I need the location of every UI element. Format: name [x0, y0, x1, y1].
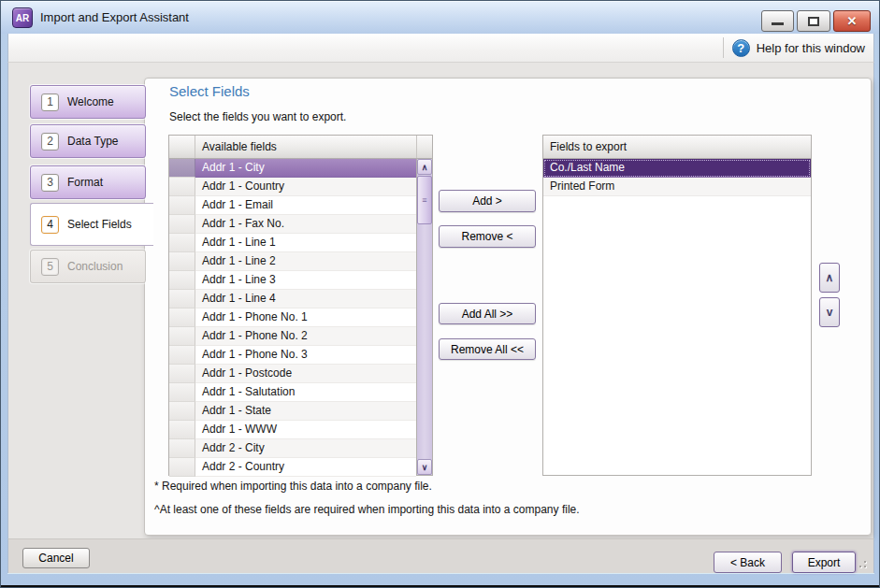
export-button[interactable]: Export: [792, 552, 856, 573]
list-item[interactable]: Addr 1 - Postcode: [169, 365, 416, 383]
row-selector[interactable]: [169, 383, 195, 402]
window-title: Import and Export Assistant: [40, 1, 189, 34]
scrollbar-up-button[interactable]: ∧: [417, 159, 432, 175]
list-item[interactable]: Co./Last Name: [543, 159, 811, 178]
row-selector[interactable]: [169, 421, 195, 439]
field-label: Addr 1 - City: [195, 159, 416, 178]
row-selector[interactable]: [169, 308, 195, 327]
remove-button[interactable]: Remove <: [439, 225, 536, 248]
header-scrollbar-cap: [416, 136, 432, 158]
list-item[interactable]: Addr 1 - Line 1: [169, 234, 416, 252]
row-selector[interactable]: [169, 196, 195, 215]
list-item[interactable]: Addr 2 - City: [169, 439, 416, 458]
dialog-footer: Cancel < Back Export: [7, 538, 874, 573]
list-item[interactable]: Addr 1 - Phone No. 2: [169, 327, 416, 346]
list-item[interactable]: Addr 1 - State: [169, 402, 416, 421]
help-icon-glyph: ?: [737, 41, 744, 55]
import-export-assistant-window: AR Import and Export Assistant ✕ ? Help …: [0, 0, 880, 588]
field-label: Addr 1 - WWW: [195, 421, 416, 439]
remove-all-button[interactable]: Remove All <<: [439, 338, 536, 360]
row-selector[interactable]: [169, 327, 195, 346]
scrollbar[interactable]: ∧ ≡ ∨: [416, 159, 432, 475]
footnote-required: * Required when importing this data into…: [154, 480, 432, 493]
down-arrow-icon: v: [827, 306, 833, 319]
list-item[interactable]: Addr 1 - WWW: [169, 421, 416, 439]
app-icon-text: AR: [16, 13, 29, 23]
list-item[interactable]: Addr 2 - Country: [169, 458, 416, 477]
list-item[interactable]: Printed Form: [543, 178, 811, 196]
fields-to-export-header: Fields to export: [543, 136, 811, 158]
field-label: Addr 2 - City: [195, 439, 416, 458]
list-item[interactable]: Addr 1 - Line 4: [169, 290, 416, 308]
list-item[interactable]: Addr 1 - Line 3: [169, 271, 416, 290]
close-button[interactable]: ✕: [833, 10, 871, 32]
step-number: 5: [41, 258, 59, 276]
field-label: Addr 2 - Country: [195, 458, 416, 477]
row-selector[interactable]: [169, 346, 195, 365]
move-down-button[interactable]: v: [819, 297, 840, 327]
available-fields-header-row: Available fields: [169, 136, 432, 159]
step-label: Format: [67, 176, 103, 189]
list-item[interactable]: Addr 1 - Phone No. 3: [169, 346, 416, 365]
app-icon: AR: [12, 7, 33, 28]
row-selector[interactable]: [169, 365, 195, 383]
minimize-button[interactable]: [761, 10, 794, 32]
step-number: 4: [41, 216, 59, 234]
list-item[interactable]: Addr 1 - Salutation: [169, 383, 416, 402]
resize-grip[interactable]: [855, 556, 866, 567]
field-label: Addr 1 - Fax No.: [195, 215, 416, 234]
sidebar-item-select-fields[interactable]: 4 Select Fields: [30, 203, 153, 246]
step-number: 2: [41, 133, 59, 151]
separator: [723, 37, 724, 58]
up-arrow-icon: ∧: [826, 271, 834, 284]
step-label: Conclusion: [67, 260, 123, 273]
cancel-button[interactable]: Cancel: [22, 548, 90, 568]
row-selector[interactable]: [169, 178, 195, 196]
help-link[interactable]: ? Help for this window: [732, 39, 865, 57]
help-label: Help for this window: [757, 41, 865, 55]
page-title: Select Fields: [169, 83, 250, 99]
sidebar-item-welcome[interactable]: 1 Welcome: [30, 85, 146, 119]
row-selector[interactable]: [169, 402, 195, 421]
titlebar[interactable]: AR Import and Export Assistant ✕: [1, 1, 880, 34]
header-gutter-cell: [169, 136, 195, 158]
row-selector[interactable]: [169, 252, 195, 271]
sidebar-item-format[interactable]: 3 Format: [30, 165, 146, 199]
scrollbar-thumb[interactable]: ≡: [417, 176, 432, 224]
list-item[interactable]: Addr 1 - Country: [169, 178, 416, 196]
sidebar-item-data-type[interactable]: 2 Data Type: [30, 124, 146, 158]
row-selector[interactable]: [169, 439, 195, 458]
step-label: Select Fields: [67, 218, 132, 231]
row-selector[interactable]: [169, 290, 195, 308]
add-all-button[interactable]: Add All >>: [439, 303, 536, 324]
row-selector[interactable]: [169, 215, 195, 234]
row-selector[interactable]: [169, 458, 195, 477]
row-selector[interactable]: [169, 271, 195, 290]
list-item[interactable]: Addr 1 - City: [169, 159, 416, 178]
page-subtitle: Select the fields you want to export.: [169, 110, 346, 123]
fields-to-export-table: Fields to export Co./Last NamePrinted Fo…: [542, 135, 812, 476]
scrollbar-down-button[interactable]: ∨: [417, 459, 432, 475]
move-up-button[interactable]: ∧: [819, 263, 840, 293]
list-item[interactable]: Addr 1 - Fax No.: [169, 215, 416, 234]
step-label: Data Type: [67, 135, 118, 148]
list-item[interactable]: Addr 1 - Phone No. 1: [169, 308, 416, 327]
thumb-grip-icon: ≡: [422, 195, 426, 205]
footnote-at-least-one: ^At least one of these fields are requir…: [154, 503, 580, 516]
add-button[interactable]: Add >: [439, 190, 536, 212]
list-item[interactable]: Addr 1 - Email: [169, 196, 416, 215]
list-item[interactable]: Addr 1 - Line 2: [169, 252, 416, 271]
row-selector[interactable]: [169, 159, 195, 178]
field-label: Addr 1 - Salutation: [195, 383, 416, 402]
minimize-icon: [772, 22, 784, 25]
back-button[interactable]: < Back: [714, 552, 782, 573]
row-selector[interactable]: [169, 234, 195, 252]
field-label: Addr 1 - State: [195, 402, 416, 421]
sidebar-item-conclusion: 5 Conclusion: [30, 250, 146, 283]
field-label: Printed Form: [543, 178, 811, 196]
field-label: Addr 1 - Line 4: [195, 290, 416, 308]
field-label: Addr 1 - Phone No. 3: [195, 346, 416, 365]
maximize-icon: [808, 17, 819, 26]
maximize-button[interactable]: [797, 10, 830, 32]
step-number: 3: [41, 174, 59, 192]
